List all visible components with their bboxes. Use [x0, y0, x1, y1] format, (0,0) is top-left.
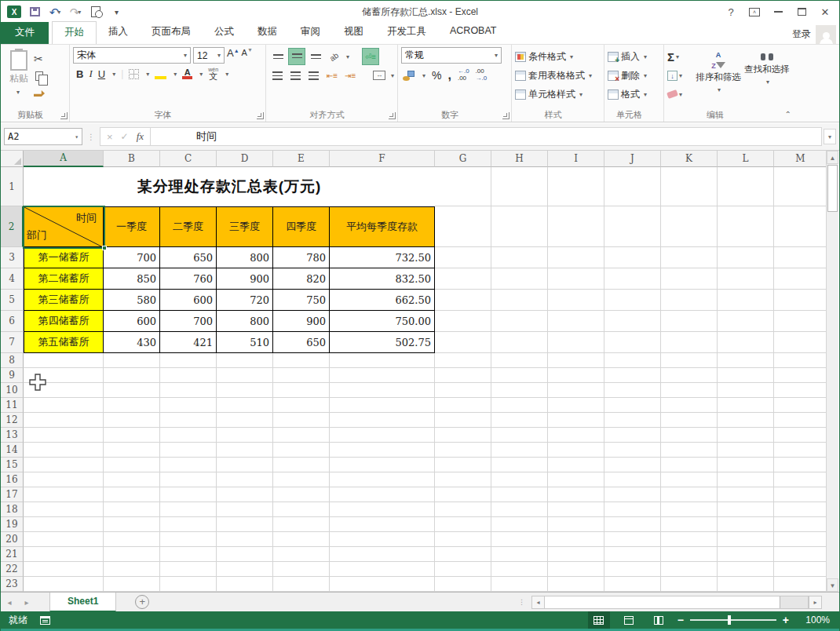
- zoom-slider-thumb[interactable]: [728, 615, 731, 625]
- cell-D9[interactable]: [217, 368, 273, 383]
- cell-H23[interactable]: [491, 577, 548, 592]
- print-preview-button[interactable]: [87, 4, 104, 20]
- cell-G3[interactable]: [435, 247, 491, 268]
- cell-L12[interactable]: [718, 413, 774, 428]
- row-header-10[interactable]: 10: [1, 383, 24, 398]
- row-header-19[interactable]: 19: [1, 517, 24, 532]
- cell-A23[interactable]: [24, 577, 104, 592]
- scroll-right-button[interactable]: ▸: [809, 596, 822, 609]
- top-align-button[interactable]: [269, 48, 287, 65]
- bold-button[interactable]: B: [76, 68, 83, 80]
- clear-button[interactable]: ▾: [667, 85, 694, 104]
- cell-L8[interactable]: [718, 353, 774, 368]
- cell-L3[interactable]: [718, 247, 774, 268]
- cell-C5[interactable]: 600: [160, 290, 217, 311]
- column-header-F[interactable]: F: [330, 151, 435, 167]
- cell-K15[interactable]: [661, 458, 718, 472]
- cell-F15[interactable]: [330, 458, 435, 472]
- cell-B9[interactable]: [104, 368, 160, 383]
- font-color-button[interactable]: A: [182, 68, 192, 79]
- cell-F19[interactable]: [330, 517, 435, 532]
- cell-A20[interactable]: [24, 532, 104, 547]
- column-header-L[interactable]: L: [718, 151, 774, 167]
- comma-style-button[interactable]: ,: [447, 68, 451, 82]
- cell-L16[interactable]: [718, 472, 774, 487]
- cell-header-一季度[interactable]: 一季度: [104, 206, 160, 247]
- cell-I10[interactable]: [548, 383, 604, 398]
- cell-C6[interactable]: 700: [160, 311, 217, 332]
- cell-I9[interactable]: [548, 368, 604, 383]
- cell-C15[interactable]: [160, 458, 217, 472]
- cell-H11[interactable]: [491, 398, 548, 413]
- cell-G16[interactable]: [435, 472, 491, 487]
- cell-A11[interactable]: [24, 398, 104, 413]
- number-format-combo[interactable]: 常规▾: [401, 47, 502, 64]
- cell-L14[interactable]: [718, 443, 774, 458]
- cell-D15[interactable]: [217, 458, 273, 472]
- cell-J20[interactable]: [604, 532, 661, 547]
- middle-align-button[interactable]: [288, 48, 305, 65]
- undo-dropdown[interactable]: ▾: [57, 9, 60, 16]
- cell-I4[interactable]: [548, 268, 604, 290]
- column-header-A[interactable]: A: [24, 151, 104, 167]
- cell-E11[interactable]: [273, 398, 330, 413]
- cell-G17[interactable]: [435, 487, 491, 502]
- row-header-20[interactable]: 20: [1, 532, 24, 547]
- cell-G2[interactable]: [435, 206, 491, 247]
- cell-L23[interactable]: [718, 577, 774, 592]
- sheet-nav-right-button[interactable]: ▸: [18, 598, 35, 607]
- cell-K1[interactable]: [661, 167, 718, 206]
- cell-label-第四储蓄所[interactable]: 第四储蓄所: [24, 311, 104, 332]
- cell-M5[interactable]: [774, 290, 827, 311]
- cell-I11[interactable]: [548, 398, 604, 413]
- cell-J15[interactable]: [604, 458, 661, 472]
- cell-G19[interactable]: [435, 517, 491, 532]
- cell-A22[interactable]: [24, 562, 104, 577]
- cell-I8[interactable]: [548, 353, 604, 368]
- column-header-D[interactable]: D: [217, 151, 273, 167]
- underline-button[interactable]: U: [98, 68, 105, 80]
- cell-J13[interactable]: [604, 428, 661, 443]
- cell-F13[interactable]: [330, 428, 435, 443]
- cell-D17[interactable]: [217, 487, 273, 502]
- cell-E13[interactable]: [273, 428, 330, 443]
- cancel-button[interactable]: ×: [107, 131, 113, 143]
- cell-I14[interactable]: [548, 443, 604, 458]
- cell-J22[interactable]: [604, 562, 661, 577]
- cell-B22[interactable]: [104, 562, 160, 577]
- row-header-21[interactable]: 21: [1, 547, 24, 562]
- column-header-G[interactable]: G: [435, 151, 491, 167]
- cell-D6[interactable]: 800: [217, 311, 273, 332]
- insert-cells-button[interactable]: 插入▾: [608, 47, 660, 66]
- cell-header-四季度[interactable]: 四季度: [273, 206, 330, 247]
- cell-C7[interactable]: 421: [160, 332, 217, 353]
- cell-E5[interactable]: 750: [273, 290, 330, 311]
- sign-in-link[interactable]: 登录: [792, 27, 811, 41]
- cell-B13[interactable]: [104, 428, 160, 443]
- clipboard-dialog-launcher[interactable]: [60, 112, 68, 119]
- hscroll-splitter[interactable]: ⋮: [518, 598, 525, 606]
- cell-L4[interactable]: [718, 268, 774, 290]
- cell-F7[interactable]: 502.75: [330, 332, 435, 353]
- cell-H20[interactable]: [491, 532, 548, 547]
- cell-F16[interactable]: [330, 472, 435, 487]
- cell-I7[interactable]: [548, 332, 604, 353]
- delete-cells-button[interactable]: 删除▾: [608, 66, 660, 85]
- format-as-table-button[interactable]: 套用表格格式▾: [515, 66, 601, 85]
- decrease-indent-button[interactable]: ⇤≡: [323, 67, 340, 84]
- column-header-I[interactable]: I: [548, 151, 604, 167]
- row-header-8[interactable]: 8: [1, 353, 24, 368]
- cell-B12[interactable]: [104, 413, 160, 428]
- row-header-13[interactable]: 13: [1, 428, 24, 443]
- cell-J14[interactable]: [604, 443, 661, 458]
- formula-input[interactable]: 时间: [151, 127, 822, 146]
- accounting-format-button[interactable]: [403, 71, 415, 81]
- cell-B20[interactable]: [104, 532, 160, 547]
- cell-I12[interactable]: [548, 413, 604, 428]
- cell-B6[interactable]: 600: [104, 311, 160, 332]
- cell-M13[interactable]: [774, 428, 827, 443]
- cell-B4[interactable]: 850: [104, 268, 160, 290]
- cell-B3[interactable]: 700: [104, 247, 160, 268]
- cell-L11[interactable]: [718, 398, 774, 413]
- italic-button[interactable]: I: [89, 67, 92, 80]
